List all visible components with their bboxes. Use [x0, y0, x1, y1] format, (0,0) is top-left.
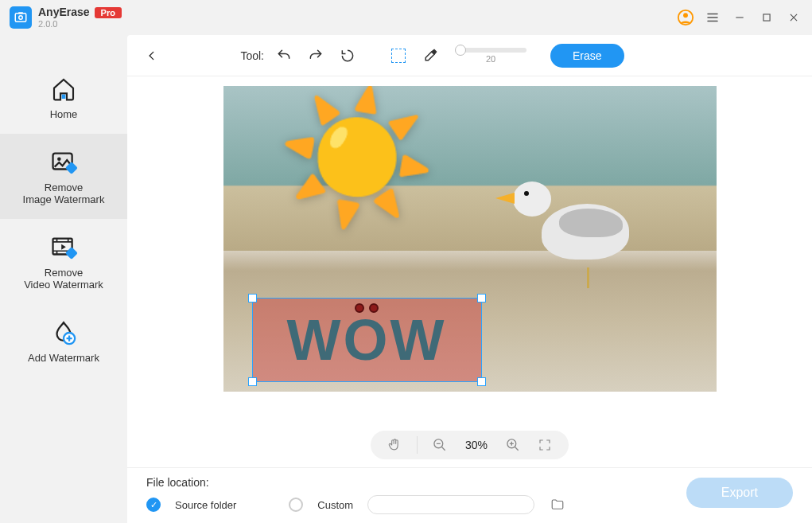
footer: File location: Source folder Custom Expo…	[127, 467, 812, 523]
pro-badge: Pro	[95, 7, 122, 18]
add-watermark-icon	[48, 318, 80, 347]
account-icon[interactable]	[677, 9, 694, 26]
sidebar-item-remove-video-watermark[interactable]: Remove Video Watermark	[0, 219, 127, 304]
svg-rect-2	[18, 12, 23, 14]
erase-button[interactable]: Erase	[550, 44, 624, 68]
sidebar-item-label: Remove Image Watermark	[23, 181, 105, 206]
source-folder-label: Source folder	[175, 499, 236, 511]
fullscreen-button[interactable]	[535, 435, 554, 455]
sidebar-item-label: Add Watermark	[28, 352, 99, 365]
selection-handle[interactable]	[248, 377, 257, 386]
minimize-button[interactable]	[731, 9, 748, 26]
svg-rect-5	[763, 14, 770, 21]
svg-point-1	[19, 16, 23, 20]
sidebar-item-home[interactable]: Home	[0, 60, 127, 134]
titlebar: AnyErase Pro 2.0.0	[0, 0, 812, 35]
source-folder-radio[interactable]	[146, 498, 161, 512]
image-canvas[interactable]: ☀️ WOW	[223, 86, 717, 392]
marquee-tool-button[interactable]	[387, 44, 410, 68]
app-name: AnyErase	[38, 6, 90, 18]
sidebar-item-remove-image-watermark[interactable]: Remove Image Watermark	[0, 134, 127, 219]
svg-point-8	[57, 157, 61, 161]
watermark-text: WOW	[287, 307, 447, 373]
svg-rect-0	[15, 14, 26, 22]
seagull	[542, 204, 629, 260]
reset-button[interactable]	[336, 44, 359, 68]
svg-rect-9	[65, 162, 78, 174]
maximize-button[interactable]	[758, 9, 775, 26]
sidebar: Home Remove Image Watermark Remove Video…	[0, 35, 127, 523]
close-button[interactable]	[785, 9, 802, 26]
selection-handle[interactable]	[477, 294, 486, 302]
sun-sticker: ☀️	[278, 94, 437, 221]
selection-handle[interactable]	[477, 377, 486, 386]
main-area: Tool: 20	[127, 35, 812, 523]
custom-folder-label: Custom	[317, 499, 353, 511]
zoom-bar: 30%	[127, 426, 812, 467]
toolbar: Tool: 20	[127, 35, 812, 76]
selection-handle[interactable]	[248, 294, 257, 302]
svg-point-4	[683, 13, 688, 18]
zoom-in-button[interactable]	[503, 435, 523, 455]
pan-hand-button[interactable]	[385, 435, 404, 455]
home-icon	[48, 75, 80, 103]
tool-label: Tool:	[240, 49, 264, 62]
brush-size-slider[interactable]	[455, 48, 526, 53]
app-version: 2.0.0	[38, 19, 122, 29]
brush-size-value: 20	[486, 54, 495, 64]
svg-rect-11	[65, 247, 78, 260]
titlebar-left: AnyErase Pro 2.0.0	[10, 6, 122, 29]
browse-folder-button[interactable]	[549, 496, 566, 513]
remove-image-watermark-icon	[48, 148, 80, 177]
zoom-value: 30%	[462, 439, 491, 451]
brush-tool-button[interactable]	[418, 44, 442, 68]
redo-button[interactable]	[304, 44, 328, 68]
sidebar-item-add-watermark[interactable]: Add Watermark	[0, 304, 127, 377]
custom-path-input[interactable]	[367, 495, 534, 514]
selection-box[interactable]: WOW	[252, 298, 482, 382]
export-button[interactable]: Export	[686, 478, 793, 508]
canvas-area: ☀️ WOW	[127, 76, 812, 426]
menu-icon[interactable]	[704, 9, 721, 26]
undo-button[interactable]	[272, 44, 296, 68]
app-logo	[10, 6, 32, 29]
remove-video-watermark-icon	[48, 233, 80, 262]
sidebar-item-label: Home	[50, 108, 78, 121]
custom-folder-radio[interactable]	[289, 498, 303, 512]
back-button[interactable]	[142, 45, 162, 66]
sidebar-item-label: Remove Video Watermark	[24, 267, 103, 291]
svg-rect-6	[62, 95, 66, 99]
zoom-out-button[interactable]	[430, 435, 449, 455]
